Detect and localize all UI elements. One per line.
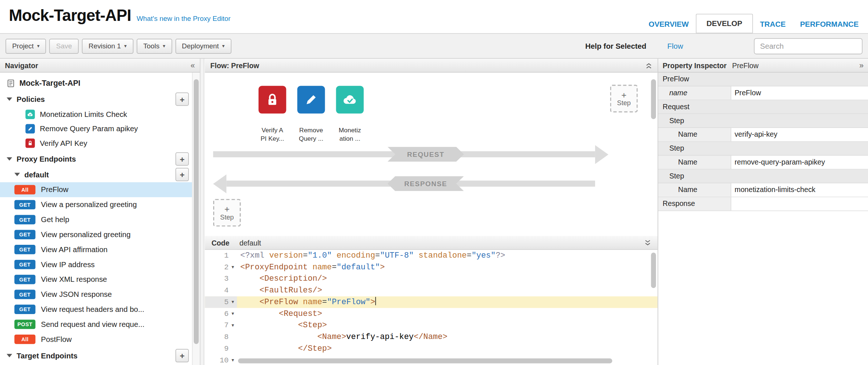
fold-arrow-icon[interactable]: ▾ bbox=[229, 296, 237, 308]
proxy-editor-app: Mock-Target-API What's new in the Proxy … bbox=[0, 0, 868, 365]
plus-icon: + bbox=[621, 91, 626, 99]
code-line-3[interactable]: 3 <Description/> bbox=[205, 273, 657, 285]
disclosure-triangle-icon[interactable] bbox=[7, 157, 12, 161]
code-text: <?xml version="1.0" encoding="UTF-8" sta… bbox=[237, 250, 505, 262]
navigator-scrollbar-track[interactable] bbox=[192, 73, 200, 365]
field-value[interactable] bbox=[731, 197, 868, 210]
code-file-label: default bbox=[240, 239, 261, 247]
code-hscrollbar-thumb[interactable] bbox=[238, 358, 612, 364]
code-line-7[interactable]: 7▾ <Step> bbox=[205, 320, 657, 331]
navigator-flow-preflow[interactable]: AllPreFlow bbox=[0, 182, 192, 197]
line-number: 8 bbox=[205, 331, 237, 343]
line-number: 10▾ bbox=[205, 354, 237, 365]
code-line-4[interactable]: 4 <FaultRules/> bbox=[205, 285, 657, 296]
disclosure-triangle-icon[interactable] bbox=[7, 354, 12, 357]
navigator-root-item[interactable]: Mock-Target-API bbox=[0, 76, 192, 90]
method-badge: GET bbox=[14, 230, 35, 239]
tools-menu-button[interactable]: Tools ▾ bbox=[137, 38, 172, 54]
add-step-button-request[interactable]: + Step bbox=[610, 85, 638, 113]
fold-arrow-icon[interactable]: ▾ bbox=[229, 308, 237, 320]
navigator-flow-view-xml-response[interactable]: GETView XML response bbox=[0, 272, 192, 287]
panel-splitter[interactable] bbox=[200, 59, 204, 365]
inspector-field-name: Nameverify-api-key bbox=[658, 128, 868, 142]
sidebar-section-target-endpoints[interactable]: Target Endpoints + bbox=[0, 348, 192, 363]
add-flow-button[interactable]: + bbox=[175, 168, 189, 181]
fold-arrow-icon[interactable]: ▾ bbox=[229, 320, 237, 331]
tab-overview[interactable]: OVERVIEW bbox=[641, 15, 696, 33]
policy-item-remove-query-param-apikey[interactable]: Remove Query Param apikey bbox=[0, 121, 192, 136]
flow-label: View request headers and bo... bbox=[41, 305, 144, 314]
code-line-6[interactable]: 6▾ <Request> bbox=[205, 308, 657, 320]
navigator-flow-view-ip-address[interactable]: GETView IP address bbox=[0, 257, 192, 272]
code-text: <Request> bbox=[237, 308, 322, 320]
inspector-section-request: Request bbox=[658, 100, 868, 114]
fold-arrow-icon[interactable]: ▾ bbox=[229, 354, 237, 365]
help-flow-link[interactable]: Flow bbox=[667, 42, 683, 50]
navigator-flow-send-request-and-view-reque[interactable]: POSTSend request and view reque... bbox=[0, 317, 192, 332]
revision-menu-button[interactable]: Revision 1 ▾ bbox=[82, 38, 133, 54]
code-lines: 1<?xml version="1.0" encoding="UTF-8" st… bbox=[205, 250, 657, 365]
proxy-endpoints-section-label: Proxy Endpoints bbox=[16, 155, 76, 163]
code-vscrollbar-thumb[interactable] bbox=[651, 252, 656, 288]
add-step-button-response[interactable]: + Step bbox=[213, 199, 241, 227]
collapse-flow-panel-icon[interactable] bbox=[645, 62, 652, 69]
navigator-flow-get-help[interactable]: GETGet help bbox=[0, 212, 192, 227]
tab-trace[interactable]: TRACE bbox=[753, 15, 793, 33]
tab-develop[interactable]: DEVELOP bbox=[696, 14, 753, 33]
sidebar-section-proxy-endpoints[interactable]: Proxy Endpoints + bbox=[0, 151, 192, 167]
save-button[interactable]: Save bbox=[49, 38, 78, 54]
code-line-9[interactable]: 9 </Step> bbox=[205, 343, 657, 355]
add-proxy-endpoint-button[interactable]: + bbox=[175, 152, 189, 166]
add-target-endpoint-button[interactable]: + bbox=[175, 349, 189, 362]
disclosure-triangle-icon[interactable] bbox=[7, 97, 12, 101]
step-button-label: Step bbox=[617, 99, 631, 107]
code-editor[interactable]: 1<?xml version="1.0" encoding="UTF-8" st… bbox=[205, 250, 657, 365]
endpoint-item-default[interactable]: default + bbox=[0, 167, 192, 182]
navigator-flow-view-a-personalized-greeting[interactable]: GETView a personalized greeting bbox=[0, 197, 192, 212]
method-badge: GET bbox=[14, 245, 35, 254]
project-menu-button[interactable]: Project ▾ bbox=[5, 38, 46, 54]
cloud-check-icon bbox=[26, 110, 35, 119]
page-title: Mock-Target-API bbox=[9, 7, 131, 25]
code-line-1[interactable]: 1<?xml version="1.0" encoding="UTF-8" st… bbox=[205, 250, 657, 262]
expand-panel-icon[interactable]: » bbox=[859, 61, 864, 70]
code-line-2[interactable]: 2▾<ProxyEndpoint name="default"> bbox=[205, 261, 657, 273]
flow-scrollbar-thumb[interactable] bbox=[651, 79, 656, 119]
inspector-field-response: Response bbox=[658, 197, 868, 211]
property-inspector-subtitle: PreFlow bbox=[732, 61, 758, 70]
collapse-panel-icon[interactable]: « bbox=[190, 61, 195, 70]
fold-arrow-icon[interactable]: ▾ bbox=[229, 261, 237, 273]
code-line-5[interactable]: 5▾ <PreFlow name="PreFlow"> bbox=[205, 296, 657, 308]
flow-policy-remove-query-param[interactable]: RemoveQuery ... bbox=[293, 86, 329, 143]
code-line-8[interactable]: 8 <Name>verify-api-key</Name> bbox=[205, 331, 657, 343]
field-value[interactable]: verify-api-key bbox=[731, 128, 868, 141]
add-policy-button[interactable]: + bbox=[175, 92, 189, 106]
navigator-flow-view-personalized-greeting[interactable]: GETView personalized greeting bbox=[0, 227, 192, 242]
navigator-title: Navigator bbox=[5, 61, 38, 70]
whats-new-link[interactable]: What's new in the Proxy Editor bbox=[137, 15, 231, 23]
flow-label: PostFlow bbox=[41, 335, 72, 343]
policy-item-verify-api-key[interactable]: Verify API Key bbox=[0, 136, 192, 150]
navigator-tree: Mock-Target-API Policies + Monetization … bbox=[0, 73, 192, 365]
navigator-flow-view-api-affirmation[interactable]: GETView API affirmation bbox=[0, 242, 192, 257]
field-value[interactable]: remove-query-param-apikey bbox=[731, 156, 868, 169]
deployment-menu-button[interactable]: Deployment ▾ bbox=[175, 38, 231, 54]
navigator-scrollbar-thumb[interactable] bbox=[194, 79, 199, 344]
collapse-code-panel-icon[interactable] bbox=[644, 239, 651, 246]
line-number: 1 bbox=[205, 250, 237, 262]
field-value[interactable]: PreFlow bbox=[731, 86, 868, 100]
field-value[interactable]: monetization-limits-check bbox=[731, 183, 868, 196]
navigator-flow-view-request-headers-and-bo[interactable]: GETView request headers and bo... bbox=[0, 302, 192, 317]
sidebar-section-policies[interactable]: Policies + bbox=[0, 91, 192, 107]
flow-label: Get help bbox=[41, 215, 69, 224]
policy-item-monetization-limits-check[interactable]: Monetization Limits Check bbox=[0, 107, 192, 121]
navigator-flow-view-json-response[interactable]: GETView JSON response bbox=[0, 287, 192, 302]
flow-policy-verify-api-key[interactable]: Verify API Key... bbox=[255, 86, 290, 143]
proxy-doc-icon bbox=[7, 79, 15, 87]
search-input[interactable] bbox=[754, 38, 863, 54]
tab-performance[interactable]: PERFORMANCE bbox=[793, 15, 866, 33]
flow-label: View API affirmation bbox=[41, 246, 108, 254]
disclosure-triangle-icon[interactable] bbox=[14, 173, 20, 176]
navigator-flow-postflow[interactable]: AllPostFlow bbox=[0, 332, 192, 347]
flow-policy-monetization[interactable]: Monetization ... bbox=[332, 86, 368, 143]
